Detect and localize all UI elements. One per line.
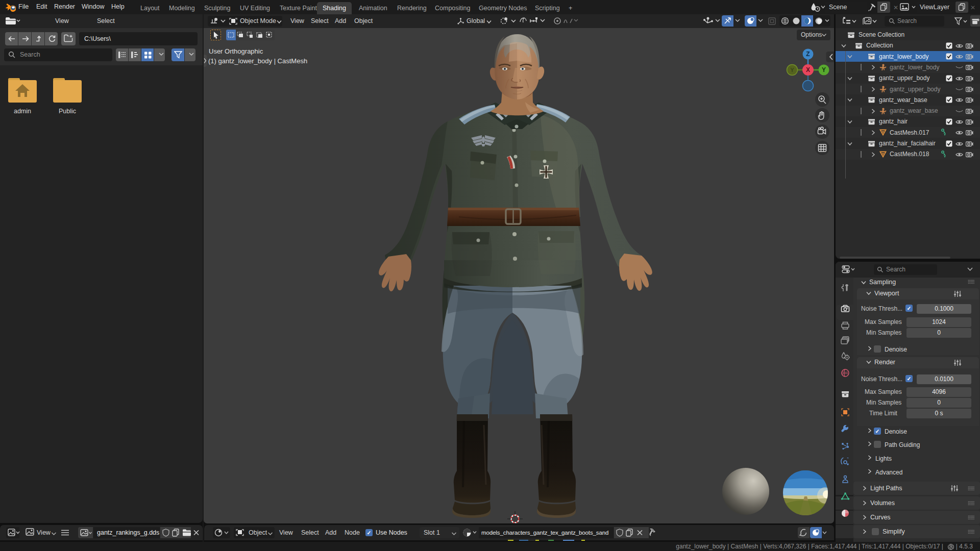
svg-text:X: X <box>806 66 810 73</box>
svg-text:Y: Y <box>790 67 794 73</box>
svg-text:Y: Y <box>822 66 826 73</box>
svg-text:Z: Z <box>806 51 810 58</box>
